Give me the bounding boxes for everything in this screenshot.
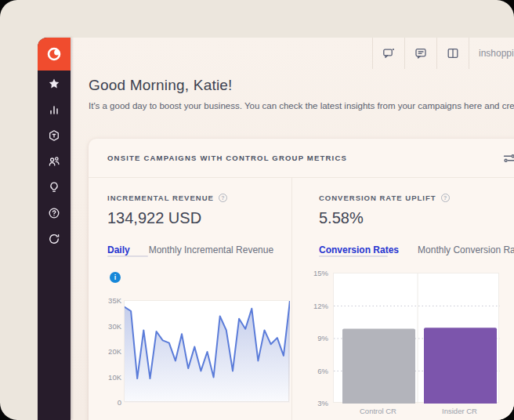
conversion-tabs: Conversion Rates Monthly Conversion Rate…	[319, 244, 514, 255]
topbar: inshopping	[71, 38, 514, 69]
y-axis-label: 3%	[317, 399, 328, 407]
sidebar-nav	[38, 71, 71, 252]
chat-icon	[414, 46, 428, 60]
info-icon[interactable]: i	[110, 272, 121, 283]
insider-logo[interactable]	[38, 38, 71, 71]
filter-button[interactable]	[502, 151, 514, 165]
star-icon	[48, 78, 60, 90]
y-axis-label: 30K	[108, 321, 121, 330]
x-axis-label: Insider CR	[442, 407, 477, 415]
card-header: ONSITE CAMPAIGNS WITH CONTROL GROUP METR…	[89, 139, 514, 178]
sidebar-item-sync[interactable]	[38, 226, 71, 252]
bar-control-cr[interactable]	[342, 329, 415, 404]
conversion-bar-chart[interactable]	[333, 273, 499, 403]
greeting: Good Morning, Katie! It's a good day to …	[89, 77, 514, 110]
incremental-revenue-label-row: INCREMENTAL REVENUE ?	[107, 194, 291, 202]
sidebar-item-analytics[interactable]	[38, 96, 71, 122]
y-axis-label: 20K	[108, 347, 121, 356]
incremental-revenue-panel: INCREMENTAL REVENUE ? 134,922 USD Daily …	[89, 178, 292, 420]
help-circle-icon	[48, 207, 60, 219]
app-surface: inshopping Good Morning, Katie! It's a g…	[38, 38, 514, 420]
greeting-subtitle: It's a good day to boost your business. …	[89, 101, 514, 110]
greeting-title: Good Morning, Katie!	[89, 77, 514, 94]
incremental-revenue-label: INCREMENTAL REVENUE	[107, 194, 214, 202]
incremental-revenue-value: 134,922 USD	[107, 209, 291, 227]
audience-icon	[48, 155, 60, 168]
metrics-card: ONSITE CAMPAIGNS WITH CONTROL GROUP METR…	[89, 139, 514, 420]
messages-button[interactable]	[404, 38, 436, 69]
x-axis-label: Control CR	[360, 407, 396, 415]
active-tab-underline	[107, 255, 148, 257]
account-switcher[interactable]: inshopping	[469, 38, 514, 69]
sidebar-item-help[interactable]	[38, 200, 71, 226]
y-axis-label: 6%	[317, 366, 328, 375]
sidebar-item-favorites[interactable]	[38, 71, 71, 96]
y-axis-label: 10K	[108, 372, 121, 381]
active-tab-underline	[319, 255, 388, 257]
conversion-uplift-value: 5.58%	[319, 209, 514, 227]
announcement-icon	[382, 46, 396, 60]
docs-button[interactable]	[436, 38, 469, 69]
daily-revenue-chart[interactable]	[124, 300, 289, 402]
line-chart-y-axis: 010K20K30K35K	[96, 300, 121, 402]
tab-monthly-incremental-revenue[interactable]: Monthly Incremental Revenue	[149, 244, 273, 255]
sidebar-item-ideas[interactable]	[38, 174, 71, 200]
bar-chart-y-axis: 3%6%9%12%15%	[300, 273, 328, 403]
bar-chart-x-axis: Control CRInsider CR	[333, 407, 499, 418]
conversion-uplift-panel: CONVERSION RATE UPLIFT ? 5.58% Conversio…	[292, 178, 514, 420]
card-panels: INCREMENTAL REVENUE ? 134,922 USD Daily …	[89, 178, 514, 420]
y-axis-label: 12%	[313, 301, 328, 310]
y-axis-label: 9%	[317, 334, 328, 342]
card-title: ONSITE CAMPAIGNS WITH CONTROL GROUP METR…	[107, 154, 347, 162]
hexagon-product-icon	[48, 129, 60, 142]
sidebar-item-products[interactable]	[38, 122, 71, 148]
analytics-bars-icon	[48, 103, 60, 116]
sidebar	[38, 38, 71, 420]
announcements-button[interactable]	[372, 38, 404, 69]
conversion-uplift-label-row: CONVERSION RATE UPLIFT ?	[319, 194, 514, 202]
bar-insider-cr[interactable]	[424, 328, 497, 404]
sync-icon	[48, 233, 60, 245]
revenue-line-series	[125, 301, 290, 403]
help-tooltip-icon[interactable]: ?	[219, 194, 227, 202]
y-axis-label: 0	[118, 398, 121, 407]
app-window: inshopping Good Morning, Katie! It's a g…	[0, 0, 514, 420]
sidebar-item-audience[interactable]	[38, 148, 71, 174]
book-icon	[446, 46, 460, 60]
y-axis-label: 35K	[108, 296, 121, 305]
revenue-tabs: Daily Monthly Incremental Revenue	[107, 244, 291, 255]
tab-conversion-rates[interactable]: Conversion Rates	[319, 244, 399, 255]
account-name: inshopping	[479, 48, 514, 59]
help-tooltip-icon[interactable]: ?	[441, 194, 450, 202]
tab-monthly-conversion-rates[interactable]: Monthly Conversion Rates	[418, 244, 514, 255]
insider-logo-icon	[45, 45, 63, 63]
conversion-bars	[334, 273, 500, 404]
sliders-icon	[502, 151, 514, 165]
conversion-uplift-label: CONVERSION RATE UPLIFT	[319, 194, 436, 202]
y-axis-label: 15%	[313, 269, 328, 277]
lightbulb-icon	[48, 181, 60, 194]
tab-daily[interactable]: Daily	[107, 244, 130, 255]
card-actions	[502, 151, 514, 165]
